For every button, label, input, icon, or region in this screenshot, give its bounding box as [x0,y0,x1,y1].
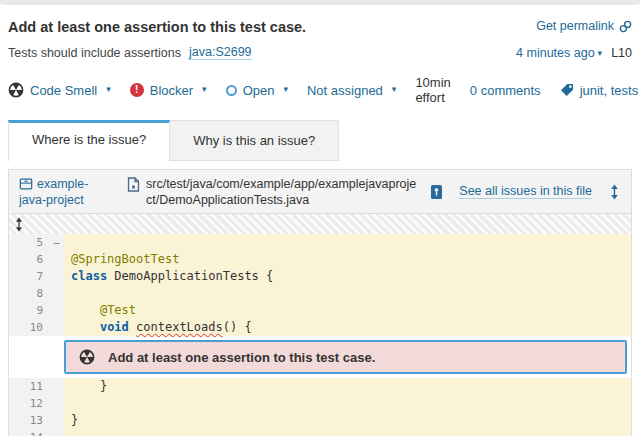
code-lines-after: 11 }1213}14 [9,378,631,436]
file-path-text: src/test/java/com/example/app/examplejav… [146,176,418,208]
fold-marker [49,378,64,395]
assignee-dropdown[interactable]: Not assigned▾ [307,83,396,98]
comments-link[interactable]: 0 comments [470,83,541,98]
code-line: 14 [9,429,631,436]
issue-subheader: Tests should include assertions java:S26… [8,45,632,60]
tags-dropdown[interactable]: junit, tests▾ [560,83,640,98]
line-number[interactable]: 7 [9,268,49,285]
status-dropdown[interactable]: Open▾ [226,83,288,98]
fold-marker [49,285,64,302]
code-text [64,429,631,436]
code-line: 7class DemoApplicationTests { [9,268,631,285]
issue-row-gutter [9,336,64,378]
code-line: 12 [9,395,631,412]
issue-age: 4 minutes ago [516,46,595,60]
rule-key-link[interactable]: java:S2699 [189,45,252,60]
line-number[interactable]: 11 [9,378,49,395]
chevron-down-icon: ▾ [598,48,603,58]
code-line: 11 } [9,378,631,395]
line-reference: L10 [611,46,632,60]
issue-detail-view: Add at least one assertion to this test … [0,5,640,436]
status-label: Open [243,83,275,98]
line-number[interactable]: 9 [9,302,49,319]
line-number[interactable]: 14 [9,429,49,436]
comments-label: 0 comments [470,83,541,98]
get-permalink-label: Get permalink [536,19,614,33]
code-line: 13} [9,412,631,429]
issue-action-bar: Code Smell▾ ! Blocker▾ Open▾ Not assigne… [8,75,632,105]
issue-row: Add at least one assertion to this test … [9,336,631,378]
expand-file-button[interactable] [608,184,621,200]
code-text: void contextLoads() { [64,319,631,336]
tab-where-is-the-issue[interactable]: Where is the issue? [8,120,170,161]
fold-marker [49,302,64,319]
assignee-label: Not assigned [307,83,383,98]
chevron-down-icon: ▾ [283,84,288,94]
type-label: Code Smell [30,83,97,98]
line-number[interactable]: 10 [9,319,49,336]
fold-marker[interactable]: – [49,234,64,251]
rule-title: Tests should include assertions [8,46,181,60]
code-line: 10 void contextLoads() { [9,319,631,336]
code-text: @Test [64,302,631,319]
expand-vertical-icon [608,184,621,200]
code-text [64,395,631,412]
tags-label: junit, tests [580,83,639,98]
code-line: 8 [9,285,631,302]
code-text: @SpringBootTest [64,251,631,268]
code-text [64,234,631,251]
type-dropdown[interactable]: Code Smell▾ [8,82,111,98]
code-viewer: example-java-project src/test/java/com/e… [8,169,632,436]
see-all-issues-link[interactable]: See all issues in this file [459,184,592,199]
line-number[interactable]: 5 [9,234,49,251]
code-line: 5– [9,234,631,251]
get-permalink-link[interactable]: Get permalink [536,19,632,33]
code-line: 9 @Test [9,302,631,319]
tag-icon [560,83,574,97]
line-number[interactable]: 8 [9,285,49,302]
issue-header: Add at least one assertion to this test … [8,19,632,35]
pin-file-button[interactable] [430,184,443,200]
severity-dropdown[interactable]: ! Blocker▾ [130,83,207,98]
line-number[interactable]: 13 [9,412,49,429]
code-smell-icon [8,82,24,98]
changelog-dropdown[interactable]: 4 minutes ago▾ [516,46,602,60]
line-number[interactable]: 6 [9,251,49,268]
tab-why-is-this-an-issue[interactable]: Why is this an issue? [170,120,339,161]
issue-tabs: Where is the issue? Why is this an issue… [8,120,632,161]
chevron-down-icon: ▾ [106,84,111,94]
blocker-icon: ! [130,83,144,97]
issue-title: Add at least one assertion to this test … [8,19,306,35]
fold-marker [49,251,64,268]
severity-label: Blocker [150,83,193,98]
project-link[interactable]: example-java-project [19,176,115,208]
code-text: } [64,412,631,429]
fold-marker [49,268,64,285]
code-text [64,285,631,302]
code-text: } [64,378,631,395]
permalink-icon [619,20,632,33]
pin-file-icon [430,184,443,200]
fold-marker [49,412,64,429]
code-lines-before: 5–6@SpringBootTest7class DemoApplication… [9,234,631,336]
expand-lines-above-row[interactable] [9,214,631,234]
project-icon [19,177,33,191]
code-text: class DemoApplicationTests { [64,268,631,285]
code-line: 6@SpringBootTest [9,251,631,268]
fold-marker [49,429,64,436]
chevron-down-icon: ▾ [202,84,207,94]
line-number[interactable]: 12 [9,395,49,412]
fold-marker [49,319,64,336]
file-header: example-java-project src/test/java/com/e… [9,170,631,214]
code-smell-icon [79,349,95,365]
expand-lines-icon [13,217,25,232]
fold-marker [49,395,64,412]
open-status-icon [226,85,237,96]
chevron-down-icon: ▾ [392,84,397,94]
issue-message-box[interactable]: Add at least one assertion to this test … [64,340,627,374]
file-icon [127,177,140,192]
file-path: src/test/java/com/example/app/examplejav… [127,176,418,208]
effort-label: 10min effort [415,75,450,105]
issue-message: Add at least one assertion to this test … [108,350,375,365]
